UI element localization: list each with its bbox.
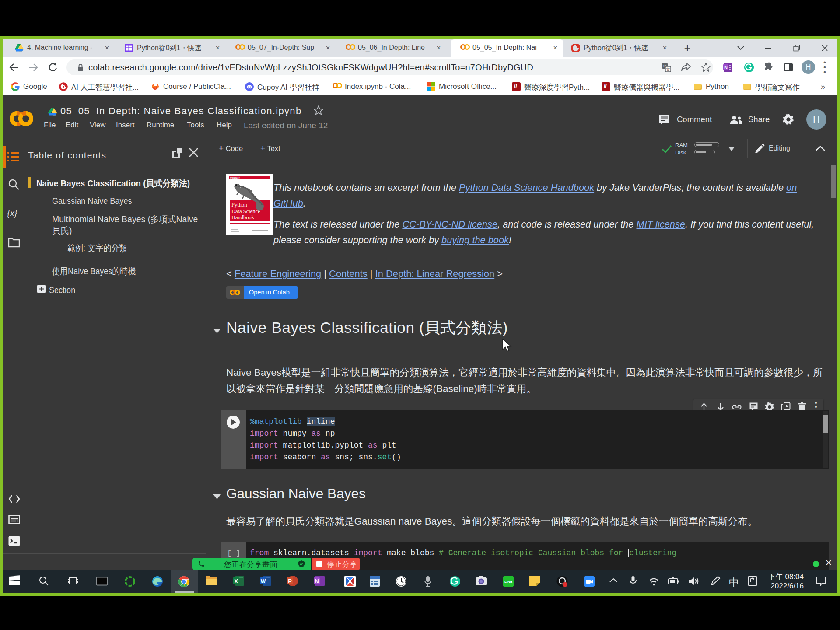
svg-text:LINE: LINE — [504, 580, 513, 584]
svg-text:N: N — [315, 578, 318, 584]
svg-text:W: W — [261, 578, 266, 584]
svg-text:X: X — [234, 578, 238, 584]
svg-text:文: 文 — [666, 67, 670, 72]
svg-text:P: P — [288, 578, 292, 584]
svg-text:N: N — [724, 65, 728, 70]
